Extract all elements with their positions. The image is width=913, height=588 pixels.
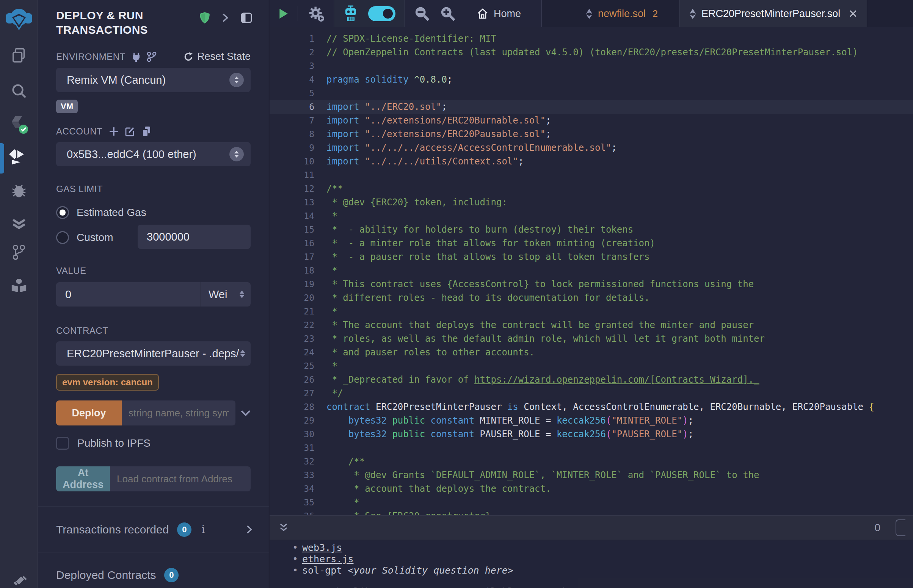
code-line[interactable]: 24 * and pauser roles to other accounts. <box>270 346 913 359</box>
search-icon[interactable] <box>0 77 38 105</box>
code-line[interactable]: 27 */ <box>270 386 913 400</box>
custom-gas-input[interactable] <box>138 225 251 249</box>
terminal-line[interactable]: •web3.js <box>292 542 913 554</box>
git-icon[interactable] <box>0 239 38 266</box>
file-explorer-icon[interactable] <box>0 42 38 69</box>
expand-transactions-icon[interactable] <box>246 525 252 534</box>
terminal-link[interactable]: web3.js <box>302 542 342 553</box>
solidity-compiler-icon[interactable] <box>0 111 38 138</box>
expand-terminal-icon[interactable] <box>279 523 288 533</box>
line-number: 32 <box>270 455 327 468</box>
code-line[interactable]: 26 * _Deprecated in favor of https://wiz… <box>270 373 913 386</box>
code-line[interactable]: 23 * roles, as well as the default admin… <box>270 332 913 346</box>
terminal-bar: 0 <box>270 515 913 540</box>
code-line[interactable]: 31 <box>270 441 913 455</box>
code-line[interactable]: 29 bytes32 public constant MINTER_ROLE =… <box>270 414 913 427</box>
value-input[interactable] <box>56 282 201 307</box>
code-line[interactable]: 5 <box>270 86 913 100</box>
code-line[interactable]: 17 * - a pauser role that allows to stop… <box>270 250 913 264</box>
contract-select[interactable]: ERC20PresetMinterPauser - .deps/ <box>56 341 251 366</box>
code-line[interactable]: 10import "../../../utils/Context.sol"; <box>270 155 913 168</box>
code-line[interactable]: 21 * <box>270 305 913 318</box>
code-line[interactable]: 12/** <box>270 182 913 195</box>
code-line[interactable]: 11 <box>270 168 913 182</box>
code-line[interactable]: 2// OpenZeppelin Contracts (last updated… <box>270 45 913 59</box>
terminal-output[interactable]: •web3.js•ethers.js•sol-gpt <your Solidit… <box>270 541 913 588</box>
tab-newfile[interactable]: newfile.sol 2 <box>576 0 668 27</box>
code-line[interactable]: 19 * This contract uses {AccessControl} … <box>270 277 913 291</box>
zoom-in-icon[interactable] <box>440 6 456 22</box>
code-line[interactable]: 22 * The account that deploys the contra… <box>270 318 913 332</box>
terminal-search-input[interactable] <box>895 519 905 536</box>
publish-ipfs-checkbox[interactable] <box>56 437 69 450</box>
value-unit-select[interactable]: Wei <box>201 282 251 307</box>
learneth-icon[interactable] <box>0 272 38 299</box>
sign-message-icon[interactable] <box>125 126 135 136</box>
unit-testing-icon[interactable] <box>0 210 38 237</box>
run-settings-gear-icon[interactable] <box>308 5 325 22</box>
code-line[interactable]: 1// SPDX-License-Identifier: MIT <box>270 32 913 45</box>
line-number: 16 <box>270 236 327 250</box>
code-line[interactable]: 36 * See {ERC20-constructor}. <box>270 509 913 515</box>
code-line[interactable]: 30 bytes32 public constant PAUSER_ROLE =… <box>270 427 913 441</box>
code-editor[interactable]: 1// SPDX-License-Identifier: MIT2// Open… <box>270 27 913 515</box>
line-number: 31 <box>270 441 327 455</box>
code-line[interactable]: 14 * <box>270 209 913 223</box>
code-line[interactable]: 9import "../../../access/AccessControlEn… <box>270 141 913 155</box>
tab-erc20presetminterpauser[interactable]: ERC20PresetMinterPauser.sol <box>679 0 867 27</box>
reset-state-button[interactable]: Reset State <box>183 51 251 63</box>
code-line[interactable]: 18 * <box>270 264 913 277</box>
code-line[interactable]: 13 * @dev {ERC20} token, including: <box>270 195 913 209</box>
code-line[interactable]: 16 * - a minter role that allows for tok… <box>270 236 913 250</box>
copilot-toggle[interactable] <box>368 6 395 21</box>
code-line[interactable]: 8import "../extensions/ERC20Pausable.sol… <box>270 127 913 141</box>
at-address-input[interactable] <box>110 466 251 491</box>
plug-icon[interactable] <box>131 52 141 62</box>
code-line[interactable]: 25 * <box>270 359 913 373</box>
add-account-icon[interactable] <box>109 127 118 136</box>
code-line[interactable]: 3 <box>270 59 913 73</box>
line-number: 17 <box>270 250 327 264</box>
info-icon[interactable]: i <box>201 523 205 536</box>
plugin-manager-icon[interactable] <box>0 568 38 588</box>
deploy-args-input[interactable] <box>122 401 235 425</box>
custom-gas-radio[interactable] <box>56 231 69 244</box>
shield-icon[interactable] <box>200 12 210 24</box>
code-line[interactable]: 7import "../extensions/ERC20Burnable.sol… <box>270 114 913 127</box>
line-number: 30 <box>270 427 327 441</box>
home-tab[interactable]: Home <box>466 8 533 20</box>
copy-account-icon[interactable] <box>142 126 151 136</box>
code-line[interactable]: 33 * @dev Grants `DEFAULT_ADMIN_ROLE`, `… <box>270 468 913 482</box>
remix-logo-icon[interactable] <box>5 5 32 32</box>
code-line[interactable]: 6import "../ERC20.sol"; <box>270 100 913 114</box>
deploy-run-icon[interactable] <box>0 143 38 171</box>
transactions-recorded-row[interactable]: Transactions recorded 0 i <box>38 507 269 552</box>
account-sort-icon[interactable] <box>229 147 244 162</box>
terminal-line[interactable]: •ethers.js <box>292 554 913 565</box>
run-script-icon[interactable] <box>279 8 288 19</box>
code-line[interactable]: 20 * different roles - head to its docum… <box>270 291 913 305</box>
zoom-out-icon[interactable] <box>414 6 430 22</box>
expand-args-icon[interactable] <box>241 410 251 416</box>
code-line[interactable]: 15 * - ability for holders to burn (dest… <box>270 223 913 236</box>
account-select[interactable]: 0x5B3...eddC4 (100 ether) <box>56 142 251 166</box>
close-tab-icon[interactable] <box>849 10 857 18</box>
deployed-contracts-row[interactable]: Deployed Contracts 0 <box>38 552 269 588</box>
code-line[interactable]: 28contract ERC20PresetMinterPauser is Co… <box>270 400 913 414</box>
environment-sort-icon[interactable] <box>229 73 244 87</box>
code-line[interactable]: 35 * <box>270 496 913 509</box>
debugger-icon[interactable] <box>0 176 38 204</box>
line-number: 35 <box>270 496 327 509</box>
ai-copilot-robot-icon[interactable] <box>343 5 358 22</box>
code-line[interactable]: 4pragma solidity ^0.8.0; <box>270 73 913 86</box>
environment-select[interactable]: Remix VM (Cancun) <box>56 68 251 92</box>
estimated-gas-radio[interactable] <box>56 206 69 219</box>
pin-panel-icon[interactable] <box>241 13 252 23</box>
deploy-button[interactable]: Deploy <box>56 401 122 425</box>
fork-state-icon[interactable] <box>147 52 157 62</box>
code-line[interactable]: 34 * account that deploys the contract. <box>270 482 913 496</box>
code-line[interactable]: 32 /** <box>270 455 913 468</box>
at-address-button[interactable]: At Address <box>56 466 110 491</box>
terminal-link[interactable]: ethers.js <box>302 554 353 564</box>
collapse-panel-icon[interactable] <box>222 13 228 23</box>
